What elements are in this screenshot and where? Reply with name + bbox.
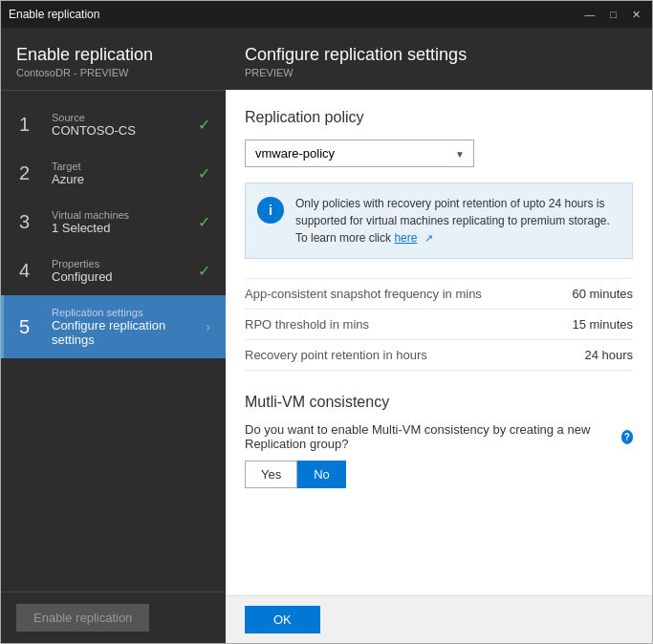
close-button[interactable]: ✕ [628,9,644,21]
snapshot-value: 60 minutes [572,287,633,301]
left-panel-subtitle: ContosoDR - PREVIEW [16,67,210,78]
external-link-icon: ↗ [424,232,433,244]
ok-button[interactable]: OK [245,606,320,633]
step-5-arrow-icon: › [206,319,210,334]
step-2-check-icon: ✓ [198,164,210,182]
window-title: Enable replication [9,8,580,21]
snapshot-label: App-consistent snapshot frequency in min… [245,287,482,301]
title-bar: Enable replication — □ ✕ [1,1,652,28]
step-1-label: Source [52,112,190,123]
step-1-info: Source CONTOSO-CS [52,112,190,138]
step-5[interactable]: 5 Replication settings Configure replica… [1,295,226,358]
multi-vm-section-title: Mutli-VM consistency [245,394,633,411]
step-1-check-icon: ✓ [198,116,210,134]
rpo-value: 15 minutes [572,317,633,332]
left-header: Enable replication ContosoDR - PREVIEW [1,28,226,91]
info-icon: i [257,197,284,224]
rpo-label: RPO threshold in mins [245,317,369,332]
left-panel-title: Enable replication [16,45,210,65]
right-panel-title: Configure replication settings [245,45,633,65]
step-2-label: Target [52,161,190,172]
step-1[interactable]: 1 Source CONTOSO-CS ✓ [1,100,226,149]
step-3-value: 1 Selected [52,221,190,235]
step-2-value: Azure [52,172,190,186]
right-header: Configure replication settings PREVIEW [226,28,652,90]
consistency-question-text: Do you want to enable Multi-VM consisten… [245,422,616,451]
window: Enable replication — □ ✕ Enable replicat… [0,0,653,644]
step-1-number: 1 [19,114,42,136]
retention-label: Recovery point retention in hours [245,348,427,362]
left-panel: Enable replication ContosoDR - PREVIEW 1… [1,28,226,643]
consistency-question: Do you want to enable Multi-VM consisten… [245,422,633,451]
title-bar-controls: — □ ✕ [580,9,644,21]
step-4-number: 4 [19,260,42,282]
step-3[interactable]: 3 Virtual machines 1 Selected ✓ [1,198,226,247]
policy-dropdown-wrapper: vmware-policy [245,140,474,167]
step-4-label: Properties [52,258,190,269]
retention-value: 24 hours [584,348,633,362]
step-4-value: Configured [52,269,190,284]
help-icon[interactable]: ? [621,430,633,444]
info-box: i Only policies with recovery point rete… [245,182,633,259]
right-footer: OK [226,595,652,643]
step-2-info: Target Azure [52,161,190,186]
step-1-value: CONTOSO-CS [52,123,190,138]
info-link[interactable]: here [394,231,417,245]
step-4-info: Properties Configured [52,258,190,284]
step-4-check-icon: ✓ [198,262,210,280]
right-panel-subtitle: PREVIEW [245,67,633,78]
step-2[interactable]: 2 Target Azure ✓ [1,149,226,198]
minimize-button[interactable]: — [580,9,599,21]
left-footer: Enable replication [1,591,226,643]
step-5-label: Replication settings [52,307,202,318]
step-3-label: Virtual machines [52,209,190,221]
step-5-number: 5 [19,316,42,338]
step-3-info: Virtual machines 1 Selected [52,209,190,235]
step-5-value: Configure replication settings [52,318,202,347]
step-3-check-icon: ✓ [198,213,210,231]
replication-policy-title: Replication policy [245,109,633,126]
right-content: Replication policy vmware-policy i Only … [226,90,652,595]
enable-replication-button[interactable]: Enable replication [16,604,149,632]
right-panel: Configure replication settings PREVIEW R… [226,28,652,643]
policy-dropdown-row: vmware-policy [245,140,633,167]
settings-row-rpo: RPO threshold in mins 15 minutes [245,310,633,340]
settings-table: App-consistent snapshot frequency in min… [245,278,633,371]
no-button[interactable]: No [297,461,346,488]
info-box-text: Only policies with recovery point retent… [295,195,620,247]
yes-no-group: Yes No [245,461,633,488]
settings-row-retention: Recovery point retention in hours 24 hou… [245,340,633,371]
main-content: Enable replication ContosoDR - PREVIEW 1… [1,28,652,643]
yes-button[interactable]: Yes [245,461,297,488]
policy-dropdown[interactable]: vmware-policy [245,140,474,167]
maximize-button[interactable]: □ [606,9,620,21]
step-3-number: 3 [19,211,42,233]
steps-list: 1 Source CONTOSO-CS ✓ 2 Target Azure ✓ [1,91,226,368]
settings-row-snapshot: App-consistent snapshot frequency in min… [245,278,633,310]
step-2-number: 2 [19,162,42,184]
step-4[interactable]: 4 Properties Configured ✓ [1,247,226,295]
step-5-info: Replication settings Configure replicati… [52,307,202,347]
